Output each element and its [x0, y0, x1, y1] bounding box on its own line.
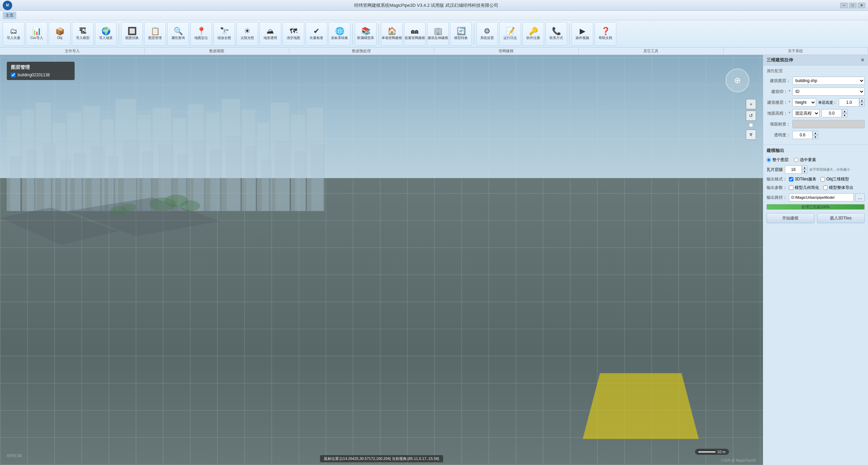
menu-item-home[interactable]: 主页 — [3, 12, 16, 19]
tool-vector-check[interactable]: ✔矢量检查 — [306, 22, 327, 46]
svg-rect-21 — [44, 143, 55, 211]
tool-import-scene[interactable]: 🌍导入场景 — [95, 22, 117, 46]
attach-lib-icon: 📚 — [361, 27, 370, 35]
minimize-btn[interactable]: ─ — [840, 3, 848, 8]
layer-item[interactable]: building02201138 — [11, 73, 71, 77]
output-path-row: 输出路径： … — [767, 193, 865, 201]
whole-layer-radio[interactable] — [767, 158, 771, 162]
tool-clear-map[interactable]: 🗺清空地图 — [283, 22, 304, 46]
tiles-level-input[interactable] — [785, 166, 802, 174]
select-elem-radio[interactable] — [794, 158, 798, 162]
vector-check-icon: ✔ — [313, 27, 320, 35]
layer-name: building02201138 — [18, 73, 50, 77]
tool-op-video[interactable]: ▶操作视频 — [572, 22, 593, 46]
tool-contact[interactable]: 📞联系方式 — [545, 22, 567, 46]
refresh-btn[interactable]: ↺ — [746, 111, 756, 121]
format-obj-option[interactable]: Obj三维模型 — [821, 176, 849, 182]
select-elem-option[interactable]: 选中要素 — [794, 157, 816, 163]
panel-close-btn[interactable]: ✕ — [861, 57, 865, 63]
tool-coord-sys[interactable]: 🌐坐标系转换 — [329, 22, 350, 46]
building-id-select[interactable]: ID — [792, 88, 865, 96]
ground-elev-input[interactable] — [822, 109, 842, 117]
tool-terrain[interactable]: ⛰地形透明 — [259, 22, 281, 46]
svg-rect-20 — [27, 150, 37, 211]
output-section: 建模输出 整个图层 选中要素 瓦片层级 ▲ — [763, 145, 868, 226]
panel-title: 三维建筑拉伸 — [767, 57, 793, 63]
tool-single-model[interactable]: 🏠单项管网建模 — [381, 22, 403, 46]
building-layer-select[interactable]: building.shp — [792, 77, 865, 85]
zoom-in-btn[interactable]: + — [746, 99, 756, 109]
map-viewport[interactable]: 图层管理 building02201138 ⊕ + ↺ ⛛ 10 m — [0, 55, 763, 465]
tiles-level-up[interactable]: ▲ — [802, 166, 807, 170]
ground-elev-row: 地面高程： * 固定高程 ▲ ▼ — [767, 109, 865, 117]
tool-view-cut[interactable]: 🔲视图切换 — [121, 22, 143, 46]
compass[interactable]: ⊕ — [726, 69, 749, 92]
start-build-btn[interactable]: 开始建模 — [767, 213, 814, 223]
import-scene-icon: 🌍 — [101, 27, 111, 35]
tool-help-doc[interactable]: ❓帮助文档 — [595, 22, 616, 46]
required-star-3: * — [789, 111, 790, 116]
transparency-input[interactable] — [792, 131, 813, 139]
tool-run-log[interactable]: 📝运行日志 — [499, 22, 521, 46]
single-model-icon: 🏠 — [387, 27, 397, 35]
tool-import-csv[interactable]: 📊Csv导入 — [26, 22, 47, 46]
format-obj-checkbox[interactable] — [821, 177, 825, 181]
tool-attr-query[interactable]: 🔍属性查询 — [167, 22, 189, 46]
tool-reg[interactable]: 🔑软件注册 — [522, 22, 544, 46]
tiles-level-down[interactable]: ▼ — [802, 170, 807, 174]
tool-build-stretch[interactable]: 🏢建筑拉伸建模 — [427, 22, 449, 46]
output-path-browse-btn[interactable]: … — [855, 193, 865, 201]
load-3dtiles-btn[interactable]: 载入3DTiles — [817, 213, 865, 223]
scale-line — [698, 451, 715, 452]
sunlight-icon: ☀ — [244, 27, 251, 35]
wall-material-swatch[interactable] — [792, 120, 865, 128]
tool-import-shp[interactable]: 🗂导入矢量 — [3, 22, 24, 46]
tool-label: 帮助文档 — [599, 36, 612, 40]
param-simplify-option[interactable]: 模型几何简化 — [789, 185, 819, 191]
ground-elev-type-select[interactable]: 固定高程 — [792, 109, 819, 117]
param-export-checkbox[interactable] — [823, 186, 828, 190]
ground-elev-up[interactable]: ▲ — [842, 109, 847, 113]
floor-height-down[interactable]: ▼ — [859, 102, 865, 106]
section-about: 关于系统 — [724, 48, 868, 54]
tiles-level-spin: ▲ ▼ — [785, 166, 807, 174]
building-floor-select[interactable]: height — [792, 98, 816, 106]
tool-model-trans[interactable]: 🔄模型转换 — [450, 22, 472, 46]
tool-zoom[interactable]: 🔭缩放全图 — [213, 22, 235, 46]
tool-import-obj[interactable]: 📦Obj — [49, 22, 71, 46]
tilt-btn[interactable]: ⛛ — [746, 130, 756, 140]
floor-height-spin: ▲ ▼ — [839, 98, 865, 106]
param-simplify-checkbox[interactable] — [789, 186, 793, 190]
app-title: 经纬管网建模系统MagicPipe3D V3.4.2 试用版 武汉幻城经纬科技有… — [12, 2, 840, 8]
path-input-group: … — [789, 193, 865, 201]
layer-checkbox[interactable] — [11, 73, 16, 77]
tool-attach-lib[interactable]: 📚附属模型库 — [355, 22, 377, 46]
right-panel: 三维建筑拉伸 ✕ 属性配置 建筑图层： building.shp 建筑ID： * — [763, 55, 868, 465]
reg-icon: 🔑 — [529, 27, 538, 35]
transparency-down[interactable]: ▼ — [813, 135, 818, 139]
format-3dtiles-option[interactable]: 3DTiles服务 — [789, 176, 816, 182]
tool-import-model[interactable]: 🏗导入模型 — [72, 22, 94, 46]
format-3dtiles-label: 3DTiles服务 — [795, 176, 816, 182]
ground-elev-down[interactable]: ▼ — [842, 113, 847, 117]
format-3dtiles-checkbox[interactable] — [789, 177, 793, 181]
tool-layer-mgr[interactable]: 📋图层管理 — [144, 22, 166, 46]
contact-icon: 📞 — [552, 27, 561, 35]
maximize-btn[interactable]: □ — [849, 3, 856, 8]
output-path-input[interactable] — [789, 193, 854, 201]
floor-height-up[interactable]: ▲ — [859, 98, 865, 102]
tool-sys-setting[interactable]: ⚙系统设置 — [476, 22, 498, 46]
svg-rect-35 — [275, 141, 290, 211]
floor-height-input[interactable] — [839, 98, 859, 106]
tool-label: 导入矢量 — [7, 36, 20, 40]
tool-label: 模型转换 — [454, 36, 468, 40]
svg-point-44 — [121, 204, 136, 212]
tool-locate[interactable]: 📍地图定位 — [190, 22, 212, 46]
whole-layer-option[interactable]: 整个图层 — [767, 157, 789, 163]
section-data-view: 数据视图 — [145, 48, 290, 54]
transparency-up[interactable]: ▲ — [813, 131, 818, 135]
tool-batch-model[interactable]: 🏘批量管网建模 — [404, 22, 426, 46]
param-export-option[interactable]: 模型整体导出 — [823, 185, 853, 191]
tool-sunlight[interactable]: ☀太阳光照 — [236, 22, 258, 46]
close-btn[interactable]: ✕ — [858, 3, 865, 8]
